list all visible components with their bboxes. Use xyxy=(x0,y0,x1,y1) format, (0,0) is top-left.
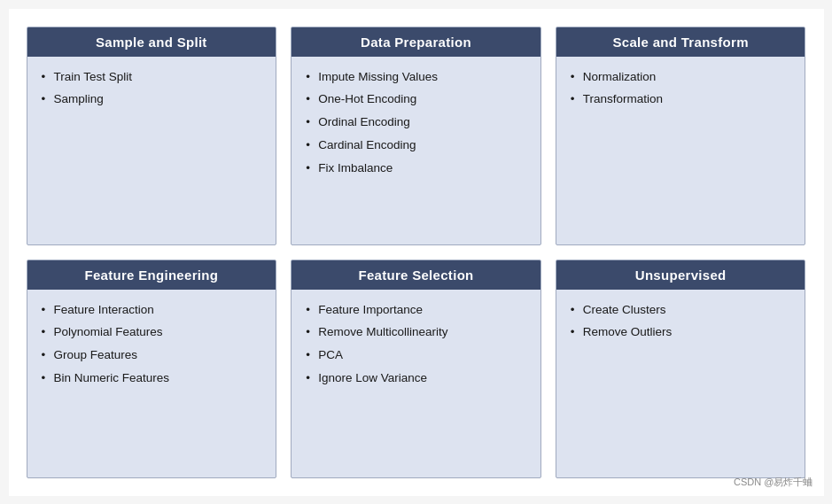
card-feature-selection: Feature SelectionFeature ImportanceRemov… xyxy=(291,260,541,478)
list-item: Create Clusters xyxy=(571,302,791,319)
list-item: Impute Missing Values xyxy=(306,69,526,86)
card-body-scale-and-transform: NormalizationTransformation xyxy=(556,57,805,244)
list-item: Feature Importance xyxy=(306,302,526,319)
card-data-preparation: Data PreparationImpute Missing ValuesOne… xyxy=(291,27,541,245)
card-body-unsupervised: Create ClustersRemove Outliers xyxy=(556,290,805,477)
card-list-sample-and-split: Train Test SplitSampling xyxy=(42,69,262,109)
card-header-unsupervised: Unsupervised xyxy=(556,260,805,290)
list-item: Ignore Low Variance xyxy=(306,370,526,387)
list-item: Polynomial Features xyxy=(42,324,262,341)
list-item: Remove Multicollinearity xyxy=(306,324,526,341)
list-item: One-Hot Encoding xyxy=(306,91,526,108)
list-item: Train Test Split xyxy=(42,69,262,86)
list-item: Remove Outliers xyxy=(571,324,791,341)
card-header-sample-and-split: Sample and Split xyxy=(27,27,276,57)
list-item: Cardinal Encoding xyxy=(306,137,526,154)
watermark: CSDN @易炸千蛐 xyxy=(734,476,813,489)
card-header-data-preparation: Data Preparation xyxy=(292,27,540,57)
card-list-feature-selection: Feature ImportanceRemove Multicollineari… xyxy=(306,302,526,388)
list-item: Group Features xyxy=(42,347,262,364)
list-item: Transformation xyxy=(571,91,791,108)
card-scale-and-transform: Scale and TransformNormalizationTransfor… xyxy=(556,27,806,245)
card-header-scale-and-transform: Scale and Transform xyxy=(556,27,805,57)
card-list-feature-engineering: Feature InteractionPolynomial FeaturesGr… xyxy=(42,302,262,388)
list-item: Normalization xyxy=(571,69,791,86)
card-list-unsupervised: Create ClustersRemove Outliers xyxy=(571,302,791,342)
card-body-data-preparation: Impute Missing ValuesOne-Hot EncodingOrd… xyxy=(292,57,540,244)
card-unsupervised: UnsupervisedCreate ClustersRemove Outlie… xyxy=(556,260,806,478)
card-list-data-preparation: Impute Missing ValuesOne-Hot EncodingOrd… xyxy=(306,69,526,177)
list-item: Fix Imbalance xyxy=(306,160,526,177)
card-body-feature-selection: Feature ImportanceRemove Multicollineari… xyxy=(292,290,540,477)
card-header-feature-selection: Feature Selection xyxy=(292,260,540,290)
list-item: Sampling xyxy=(42,91,262,108)
list-item: Ordinal Encoding xyxy=(306,114,526,131)
card-header-feature-engineering: Feature Engineering xyxy=(27,260,276,290)
list-item: Feature Interaction xyxy=(42,302,262,319)
page-container: Sample and SplitTrain Test SplitSampling… xyxy=(9,9,824,496)
list-item: Bin Numeric Features xyxy=(42,370,262,387)
card-body-feature-engineering: Feature InteractionPolynomial FeaturesGr… xyxy=(27,290,276,477)
cards-grid: Sample and SplitTrain Test SplitSampling… xyxy=(27,27,806,478)
card-feature-engineering: Feature EngineeringFeature InteractionPo… xyxy=(27,260,277,478)
list-item: PCA xyxy=(306,347,526,364)
card-body-sample-and-split: Train Test SplitSampling xyxy=(27,57,276,244)
card-sample-and-split: Sample and SplitTrain Test SplitSampling xyxy=(27,27,277,245)
card-list-scale-and-transform: NormalizationTransformation xyxy=(571,69,791,109)
